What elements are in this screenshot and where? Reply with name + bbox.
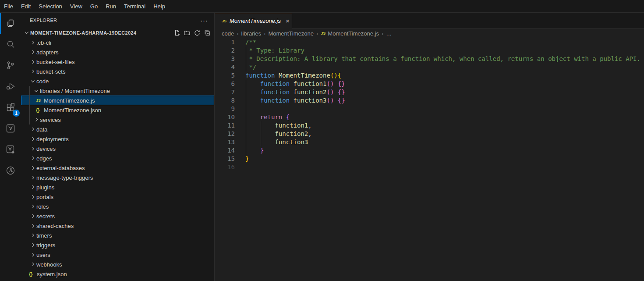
new-folder-icon[interactable]	[184, 29, 191, 36]
menu-item-terminal[interactable]: Terminal	[120, 0, 149, 12]
code-editor[interactable]: 1/**2 * Type: Library3 * Description: A …	[215, 38, 644, 281]
indent-guide	[246, 105, 246, 113]
editor-group: JS MomentTimezone.js × code›libraries›Mo…	[215, 13, 644, 281]
tree-item-services[interactable]: services	[21, 115, 214, 124]
breadcrumb-label: MomentTimezone	[268, 30, 314, 37]
token: function2	[275, 130, 308, 137]
tree-item-bucket-set-files[interactable]: bucket-set-files	[21, 57, 214, 67]
search-icon	[5, 39, 16, 50]
tree-item-message-type-triggers[interactable]: message-type-triggers	[21, 173, 214, 182]
more-actions-icon[interactable]: ···	[200, 17, 208, 24]
token: function	[260, 80, 290, 87]
token	[245, 80, 260, 87]
token	[334, 80, 337, 87]
menu-item-view[interactable]: View	[66, 0, 86, 12]
chevron-right-icon	[29, 222, 36, 229]
indent-guide	[261, 138, 261, 146]
line-number: 2	[215, 46, 235, 55]
chevron-right-icon	[29, 164, 36, 171]
tree-item-system-json[interactable]: {}system.json	[21, 269, 214, 279]
project-name: MOMENT-TIMEZONE-ASHARMA-19DEC2024	[30, 30, 136, 36]
new-file-icon[interactable]	[173, 29, 180, 36]
tree-item-triggers[interactable]: triggers	[21, 240, 214, 250]
code-line: 12 function2,	[215, 130, 644, 138]
tree-item-shared-caches[interactable]: shared-caches	[21, 221, 214, 231]
breadcrumb-item-momenttimezone-js[interactable]: JSMomentTimezone.js	[321, 30, 379, 37]
source-control-activity-button[interactable]	[0, 55, 21, 76]
line-number: 1	[215, 38, 235, 46]
line-content: }	[235, 146, 644, 155]
line-number: 8	[215, 96, 235, 105]
code-line: 16	[215, 163, 644, 171]
tree-item-code[interactable]: code	[21, 76, 214, 86]
chevron-down-icon	[32, 87, 40, 94]
menu-item-file[interactable]: File	[0, 0, 17, 12]
line-number: 13	[215, 138, 235, 146]
breadcrumb-label: …	[386, 30, 392, 37]
chevron-right-icon	[29, 242, 36, 249]
chevron-right-icon	[29, 213, 36, 220]
tree-item-external-databases[interactable]: external-databases	[21, 163, 214, 173]
share-activity-button[interactable]	[0, 160, 21, 181]
menu-item-selection[interactable]: Selection	[35, 0, 66, 12]
tree-item-label: roles	[36, 203, 49, 210]
tree-item-momenttimezone-json[interactable]: {}MomentTimezone.json	[21, 105, 214, 115]
tree-item-label: bucket-sets	[36, 68, 65, 75]
tree-item-users[interactable]: users	[21, 250, 214, 260]
tree-item-bucket-sets[interactable]: bucket-sets	[21, 67, 214, 76]
menu-item-go[interactable]: Go	[86, 0, 102, 12]
menu-item-run[interactable]: Run	[102, 0, 120, 12]
tree-item-secrets[interactable]: secrets	[21, 211, 214, 221]
breadcrumb-item-code[interactable]: code	[222, 30, 234, 37]
tree-item-edges[interactable]: edges	[21, 153, 214, 163]
tree-item-label: adapters	[36, 49, 59, 56]
collapse-all-icon[interactable]	[204, 29, 211, 36]
run-debug-activity-button[interactable]	[0, 76, 21, 97]
clearblade-secondary-activity-button[interactable]	[0, 139, 21, 160]
code-line: 1/**	[215, 38, 644, 46]
tree-item-plugins[interactable]: plugins	[21, 182, 214, 192]
token: return	[260, 114, 283, 121]
breadcrumb-item-libraries[interactable]: libraries	[241, 30, 262, 37]
tab-momenttimezone-js[interactable]: JS MomentTimezone.js ×	[215, 13, 292, 28]
token: * Description: A library that contains a…	[245, 55, 640, 62]
tree-item-deployments[interactable]: deployments	[21, 134, 214, 144]
tree-item-devices[interactable]: devices	[21, 144, 214, 153]
line-content	[235, 105, 644, 113]
token	[290, 80, 293, 87]
extensions-activity-button[interactable]: 1	[0, 97, 21, 118]
sidebar: EXPLORER ··· MOMENT-TIMEZONE-ASHARMA-19D…	[21, 13, 215, 281]
breadcrumb-item-momenttimezone[interactable]: MomentTimezone	[268, 30, 314, 37]
tree-item-label: external-databases	[36, 165, 85, 171]
file-tree: .cb-cliadaptersbucket-set-filesbucket-se…	[21, 38, 214, 281]
tree-item-label: devices	[36, 146, 56, 152]
tree-item-portals[interactable]: portals	[21, 192, 214, 202]
tree-item-adapters[interactable]: adapters	[21, 47, 214, 57]
refresh-icon[interactable]	[194, 29, 201, 36]
code-line: 11 function1,	[215, 121, 644, 130]
tree-indent-guide	[29, 86, 30, 124]
tree-item-libraries-momenttimezone[interactable]: libraries / MomentTimezone	[21, 86, 214, 96]
clearblade-activity-button[interactable]	[0, 118, 21, 139]
clearblade-dot-icon	[5, 144, 16, 155]
explorer-activity-button[interactable]	[0, 13, 21, 34]
chevron-right-icon	[29, 145, 36, 152]
tree-item-webhooks[interactable]: webhooks	[21, 260, 214, 269]
project-root-row[interactable]: MOMENT-TIMEZONE-ASHARMA-19DEC2024	[21, 28, 214, 38]
tree-item-timers[interactable]: timers	[21, 231, 214, 240]
line-content: function3	[235, 138, 644, 146]
search-activity-button[interactable]	[0, 34, 21, 55]
line-number: 9	[215, 105, 235, 113]
breadcrumb-item-[interactable]: …	[386, 30, 392, 37]
tree-item-momenttimezone-js[interactable]: JSMomentTimezone.js	[21, 96, 214, 105]
menu-item-help[interactable]: Help	[149, 0, 169, 12]
line-content: function1,	[235, 121, 644, 130]
tree-item-roles[interactable]: roles	[21, 202, 214, 211]
token: function3	[275, 139, 308, 146]
tree-item-cb-cli[interactable]: .cb-cli	[21, 38, 214, 47]
menu-bar: FileEditSelectionViewGoRunTerminalHelp	[0, 0, 644, 13]
vscode-window: FileEditSelectionViewGoRunTerminalHelp	[0, 0, 644, 281]
close-icon[interactable]: ×	[284, 17, 291, 25]
tree-item-data[interactable]: data	[21, 124, 214, 134]
menu-item-edit[interactable]: Edit	[17, 0, 35, 12]
